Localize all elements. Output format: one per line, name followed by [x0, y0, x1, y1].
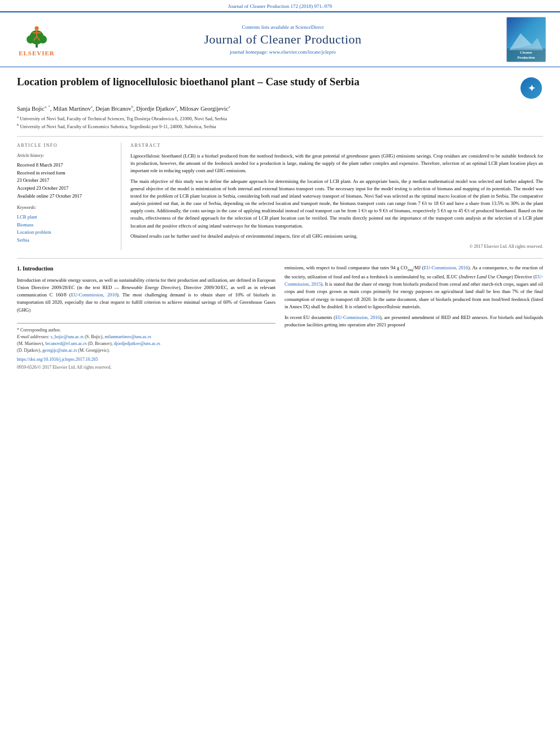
- email-line-3: (D. Djatkov), georgijc@uns.ac.rs (M. Geo…: [17, 347, 275, 354]
- author-5: Milosav Georgijevic: [180, 106, 228, 112]
- article-history: Article history: Received 8 March 2017 R…: [17, 152, 114, 200]
- journal-main-title: Journal of Cleaner Production: [68, 32, 498, 47]
- intro-para-right-2: In recent EU documents (EU-Commission, 2…: [285, 314, 543, 329]
- email-1: s_bojic@uns.ac.rs: [51, 334, 84, 339]
- introduction-title: 1. Introduction: [17, 264, 275, 273]
- keyword-3: Location problem: [17, 229, 114, 237]
- author-3: Dejan Brcanov: [95, 106, 131, 112]
- email-line: E-mail addresses: s_bojic@uns.ac.rs (S. …: [17, 334, 275, 340]
- article-info-heading: ARTICLE INFO: [17, 142, 114, 150]
- science-direct-line: Contents lists available at ScienceDirec…: [68, 24, 498, 30]
- author-4: Djordje Djatkov: [136, 106, 175, 112]
- svg-point-2: [27, 35, 34, 43]
- journal-header: ELSEVIER Contents lists available at Sci…: [0, 11, 560, 67]
- journal-logo-text: CleanerProduction: [507, 49, 545, 62]
- footnotes: * Corresponding author. E-mail addresses…: [17, 323, 275, 371]
- mountain-icon: [509, 28, 543, 50]
- abstract-col: ABSTRACT Lignocellulosic bioethanol (LCB…: [130, 142, 543, 251]
- email-2: milanmartinov@uns.ac.rs: [104, 334, 151, 339]
- history-received: Received 8 March 2017: [17, 161, 114, 169]
- separator-1: [17, 258, 543, 259]
- journal-title-block: Contents lists available at ScienceDirec…: [68, 24, 498, 55]
- history-online: Available online 27 October 2017: [17, 193, 114, 200]
- journal-ref: Journal of Cleaner Production 172 (2018)…: [0, 0, 560, 11]
- abstract-para-1: Lignocellulosic bioethanol (LCB) is a bi…: [130, 152, 543, 175]
- body-left-col: 1. Introduction Introduction of renewabl…: [17, 264, 275, 370]
- keyword-4: Serbia: [17, 237, 114, 244]
- affiliations: a University of Novi Sad, Faculty of Tec…: [17, 114, 543, 130]
- crossmark-badge: ✦: [520, 77, 543, 100]
- abstract-text: Lignocellulosic bioethanol (LCB) is a bi…: [130, 152, 543, 240]
- corresponding-note: * Corresponding author.: [17, 327, 275, 334]
- article-info-abstract: ARTICLE INFO Article history: Received 8…: [17, 136, 543, 251]
- elsevier-tree-icon: [20, 23, 54, 49]
- authors-line: Sanja Bojica, *, Milan Martinova, Dejan …: [17, 104, 543, 112]
- email-line-2: (M. Martinov), brcanovd@ef.uns.ac.rs (D.…: [17, 340, 275, 347]
- main-content: Location problem of lignocellulosic bioe…: [0, 67, 560, 377]
- intro-para-1: Introduction of renewable energy sources…: [17, 277, 275, 314]
- journal-homepage-url[interactable]: www.elsevier.com/locate/jclepro: [269, 49, 336, 55]
- elsevier-logo: ELSEVIER: [11, 23, 62, 56]
- history-revised: Received in revised formReceived in revi…: [17, 169, 114, 185]
- body-right-col: emissions, with respect to fossil compar…: [285, 264, 543, 370]
- abstract-para-3: Obtained results can be further used for…: [130, 233, 543, 240]
- email-5: georgijc@uns.ac.rs: [42, 348, 77, 353]
- article-title-section: Location problem of lignocellulosic bioe…: [17, 75, 543, 100]
- svg-point-4: [34, 26, 38, 30]
- email-4: djordjedjatkov@uns.ac.rs: [114, 341, 160, 346]
- keyword-1: LCB plant: [17, 213, 114, 221]
- affiliation-a: a University of Novi Sad, Faculty of Tec…: [17, 114, 543, 123]
- email-3: brcanovd@ef.uns.ac.rs: [45, 341, 86, 346]
- abstract-para-2: The main objective of this study was to …: [130, 178, 543, 230]
- intro-para-right-1: emissions, with respect to fossil compar…: [285, 264, 543, 311]
- journal-logo-image: CleanerProduction: [504, 17, 549, 62]
- affiliation-b: b University of Novi Sad, Faculty of Eco…: [17, 122, 543, 130]
- article-info-col: ARTICLE INFO Article history: Received 8…: [17, 142, 121, 251]
- author-2: Milan Martinov: [53, 106, 91, 112]
- crossmark-icon: ✦: [520, 77, 542, 99]
- journal-homepage-line: journal homepage: www.elsevier.com/locat…: [68, 49, 498, 55]
- keywords-section: Keywords: LCB plant Biomass Location pro…: [17, 204, 114, 244]
- history-accepted: Accepted 23 October 2017: [17, 185, 114, 193]
- science-direct-link[interactable]: ScienceDirect: [295, 24, 323, 30]
- history-label: Article history:: [17, 152, 114, 160]
- copyright-line: © 2017 Elsevier Ltd. All rights reserved…: [130, 243, 543, 250]
- elsevier-wordmark: ELSEVIER: [19, 50, 55, 56]
- doi-line: https://doi.org/10.1016/j.jclepro.2017.1…: [17, 356, 275, 363]
- svg-point-3: [39, 35, 47, 43]
- keywords-label: Keywords:: [17, 204, 114, 212]
- abstract-heading: ABSTRACT: [130, 142, 543, 149]
- keyword-2: Biomass: [17, 221, 114, 229]
- article-title: Location problem of lignocellulosic bioe…: [17, 75, 515, 89]
- issn-line: 0959-6526/© 2017 Elsevier Ltd. All right…: [17, 364, 275, 371]
- body-content: 1. Introduction Introduction of renewabl…: [17, 264, 543, 370]
- author-1: Sanja Bojic: [17, 106, 45, 112]
